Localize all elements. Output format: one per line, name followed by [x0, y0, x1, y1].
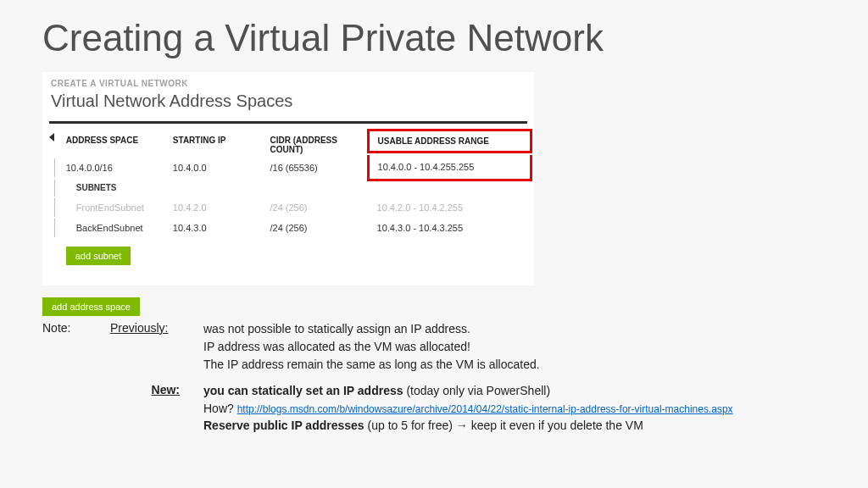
- cell-cidr: /16 (65536): [264, 158, 371, 178]
- new-label: New:: [110, 383, 203, 436]
- page-title: Creating a Virtual Private Network: [42, 17, 826, 59]
- col-starting-ip: STARTING IP: [168, 132, 265, 158]
- vnet-card: CREATE A VIRTUAL NETWORK Virtual Network…: [42, 72, 534, 286]
- subnet-cidr: /24 (256): [264, 218, 371, 238]
- note-text: Reserve public IP addresses (up to 5 for…: [203, 418, 826, 434]
- subnet-range: 10.4.3.0 - 10.4.3.255: [372, 218, 527, 238]
- note-bold: Reserve public IP addresses: [203, 419, 364, 432]
- note-text: How? http://blogs.msdn.com/b/windowsazur…: [203, 401, 826, 417]
- usable-range-highlight-cell: 10.4.0.0 - 10.4.255.255: [367, 155, 532, 181]
- table-header-row: ADDRESS SPACE STARTING IP CIDR (ADDRESS …: [49, 132, 527, 158]
- col-usable-range: USABLE ADDRESS RANGE: [375, 135, 525, 147]
- subnet-start: 10.4.2.0: [168, 197, 265, 218]
- subnet-row: FrontEndSubnet 10.4.2.0 /24 (256) 10.4.2…: [49, 197, 527, 218]
- subnet-row: BackEndSubnet 10.4.3.0 /24 (256) 10.4.3.…: [49, 218, 527, 238]
- address-space-table: ADDRESS SPACE STARTING IP CIDR (ADDRESS …: [49, 132, 527, 270]
- address-space-row: 10.4.0.0/16 10.4.0.0 /16 (65536) 10.4.0.…: [49, 158, 527, 178]
- note-bold: you can statically set an IP address: [203, 384, 403, 397]
- note-label: Note:: [42, 321, 110, 374]
- eyebrow: CREATE A VIRTUAL NETWORK: [49, 79, 527, 92]
- collapse-icon[interactable]: [49, 133, 54, 141]
- subnet-start: 10.4.3.0: [168, 218, 265, 238]
- note-span: How?: [203, 402, 237, 415]
- note-text: The IP address remain the same as long a…: [203, 357, 826, 373]
- subnets-header-row: SUBNETS: [49, 178, 527, 197]
- subnet-range: 10.4.2.0 - 10.4.2.255: [372, 197, 527, 218]
- add-address-space-button[interactable]: add address space: [42, 297, 140, 316]
- subnets-label: SUBNETS: [61, 178, 527, 197]
- subnet-name: FrontEndSubnet: [61, 197, 168, 218]
- note-text: was not possible to statically assign an…: [203, 321, 826, 337]
- subnet-cidr: /24 (256): [264, 197, 371, 218]
- subheading: Virtual Network Address Spaces: [49, 92, 527, 121]
- subnet-name: BackEndSubnet: [61, 218, 168, 238]
- note-span: keep it even if you delete the VM: [468, 419, 643, 432]
- note-text: you can statically set an IP address (to…: [203, 383, 826, 399]
- notes-section: Note: Previously: was not possible to st…: [42, 321, 826, 435]
- cell-usable-range: 10.4.0.0 - 10.4.255.255: [375, 158, 525, 175]
- cell-address-space: 10.4.0.0/16: [61, 158, 168, 178]
- arrow-icon: →: [456, 419, 468, 432]
- add-subnet-button[interactable]: add subnet: [66, 247, 131, 265]
- note-span: (today only via PowerShell): [403, 384, 551, 397]
- note-span: (up to 5 for free): [364, 419, 456, 432]
- cell-starting-ip: 10.4.0.0: [168, 158, 265, 178]
- divider: [49, 121, 527, 124]
- usable-range-highlight: USABLE ADDRESS RANGE: [367, 129, 532, 153]
- note-text: IP address was allocated as the VM was a…: [203, 339, 826, 355]
- previously-label: Previously:: [110, 321, 203, 374]
- howto-link[interactable]: http://blogs.msdn.com/b/windowsazure/arc…: [237, 403, 733, 415]
- col-cidr: CIDR (ADDRESS COUNT): [264, 132, 371, 158]
- col-address-space: ADDRESS SPACE: [61, 132, 168, 158]
